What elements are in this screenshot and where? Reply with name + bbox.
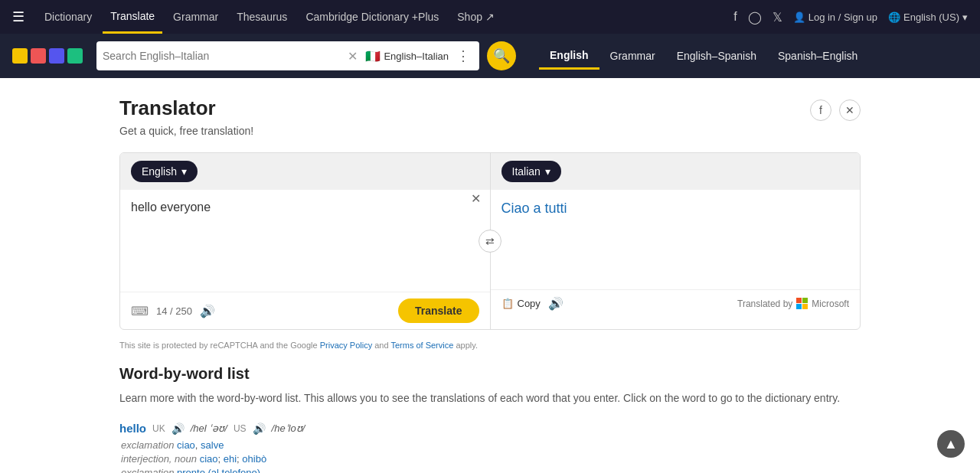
output-lang-header: Italian ▾ xyxy=(491,153,861,190)
def-line: exclamation ciao, salve xyxy=(121,439,861,451)
swap-languages-button[interactable]: ⇄ xyxy=(479,230,501,253)
logo-red xyxy=(31,48,46,64)
search-clear-icon[interactable]: ✕ xyxy=(345,49,361,64)
trans-link-salve[interactable]: salve xyxy=(201,439,224,451)
search-more-options[interactable]: ⋮ xyxy=(453,47,473,64)
menu-icon[interactable]: ☰ xyxy=(12,8,24,25)
share-icons: f ✕ xyxy=(810,99,861,121)
output-panel: Italian ▾ Ciao a tutti 📋 Copy 🔊 Translat… xyxy=(491,153,861,329)
logo-blue xyxy=(49,48,64,64)
char-count: 14 / 250 xyxy=(156,305,192,317)
translate-button[interactable]: Translate xyxy=(398,298,479,323)
logo xyxy=(12,48,83,64)
trans-link-ciao2[interactable]: ciao xyxy=(200,453,218,465)
sub-nav-grammar[interactable]: Grammar xyxy=(599,44,666,68)
scroll-to-top-button[interactable]: ▲ xyxy=(937,430,965,458)
nav-thesaurus[interactable]: Thesaurus xyxy=(229,2,295,32)
output-audio-button[interactable]: 🔊 xyxy=(548,296,564,311)
nav-grammar[interactable]: Grammar xyxy=(165,2,226,32)
user-icon: 👤 xyxy=(793,11,805,23)
output-lang-button[interactable]: Italian ▾ xyxy=(501,161,561,182)
source-audio-button[interactable]: 🔊 xyxy=(200,304,215,318)
language-selector[interactable]: 🌐 English (US) ▾ xyxy=(888,11,968,23)
trans-link-ohibo[interactable]: ohibò xyxy=(242,453,266,465)
top-navigation: ☰ Dictionary Translate Grammar Thesaurus… xyxy=(0,0,980,34)
share-facebook-icon[interactable]: f xyxy=(810,99,831,121)
source-textarea[interactable]: hello everyone xyxy=(120,190,490,289)
sub-nav-english-spanish[interactable]: English–Spanish xyxy=(666,44,767,68)
sub-navigation: English Grammar English–Spanish Spanish–… xyxy=(539,43,868,70)
instagram-icon[interactable]: ◯ xyxy=(748,10,762,24)
recaptcha-notice: This site is protected by reCAPTCHA and … xyxy=(119,341,861,350)
sub-nav-spanish-english[interactable]: Spanish–English xyxy=(767,44,868,68)
source-lang-header: English ▾ xyxy=(120,153,490,190)
search-button[interactable]: 🔍 xyxy=(487,41,516,70)
word-list-description: Learn more with the word-by-word list. T… xyxy=(119,390,861,406)
main-content: f ✕ Translator Get a quick, free transla… xyxy=(107,78,873,473)
page-subtitle: Get a quick, free translation! xyxy=(119,125,861,137)
nav-dictionary[interactable]: Dictionary xyxy=(37,2,100,32)
chevron-down-icon: ▾ xyxy=(545,165,550,178)
translated-output: Ciao a tutti xyxy=(491,190,861,289)
flag-icon: 🇮🇹 xyxy=(365,49,381,64)
nav-plus[interactable]: Cambridge Dictionary +Plus xyxy=(298,2,446,32)
page-title: Translator xyxy=(119,96,861,120)
search-input[interactable] xyxy=(103,50,345,62)
word-link-hello[interactable]: hello xyxy=(119,422,146,435)
translator-area: English ▾ ✕ hello everyone ⌨ 14 / 250 🔊 … xyxy=(119,152,861,330)
word-entry-hello: hello UK 🔊 /hel ˈəʊ/ US 🔊 /heˈloʊ/ excla… xyxy=(119,422,861,473)
chevron-down-icon: ▾ xyxy=(962,11,968,23)
globe-icon: 🌐 xyxy=(888,11,900,23)
search-bar: ✕ 🇮🇹 English–Italian ⋮ 🔍 English Grammar… xyxy=(0,34,980,78)
chevron-down-icon: ▾ xyxy=(181,165,187,178)
trans-link-ehi[interactable]: ehi xyxy=(224,453,237,465)
terms-of-service-link[interactable]: Terms of Service xyxy=(390,341,453,350)
copy-icon: 📋 xyxy=(501,298,514,309)
login-button[interactable]: 👤 Log in / Sign up xyxy=(793,11,877,23)
x-icon[interactable]: 𝕏 xyxy=(773,10,782,24)
search-input-container: ✕ 🇮🇹 English–Italian ⋮ xyxy=(96,41,479,70)
microsoft-logo-icon xyxy=(796,298,808,309)
word-definitions-hello: exclamation ciao, salve interjection, no… xyxy=(121,439,861,473)
microsoft-attribution: Translated by Microsoft xyxy=(737,298,849,309)
nav-shop[interactable]: Shop ↗ xyxy=(449,2,502,32)
copy-button[interactable]: 📋 Copy xyxy=(501,298,541,309)
us-audio-hello[interactable]: 🔊 xyxy=(253,422,266,435)
output-footer: 📋 Copy 🔊 Translated by Microsoft xyxy=(491,289,861,317)
keyboard-icon: ⌨ xyxy=(131,304,149,318)
trans-link-pronto[interactable]: pronto (al telefono) xyxy=(177,467,260,473)
uk-audio-hello[interactable]: 🔊 xyxy=(172,422,185,435)
source-footer: ⌨ 14 / 250 🔊 Translate xyxy=(120,292,490,329)
share-x-icon[interactable]: ✕ xyxy=(839,99,861,121)
logo-yellow xyxy=(12,48,28,64)
source-panel: English ▾ ✕ hello everyone ⌨ 14 / 250 🔊 … xyxy=(120,153,490,329)
source-lang-button[interactable]: English ▾ xyxy=(131,161,198,182)
def-line: interjection, noun ciao; ehi; ohibò xyxy=(121,453,861,465)
logo-green xyxy=(67,48,83,64)
nav-translate[interactable]: Translate xyxy=(103,1,162,34)
word-heading-hello: hello UK 🔊 /hel ˈəʊ/ US 🔊 /heˈloʊ/ xyxy=(119,422,861,435)
clear-source-text-button[interactable]: ✕ xyxy=(471,191,481,206)
def-line: exclamation pronto (al telefono) xyxy=(121,467,861,473)
sub-nav-english[interactable]: English xyxy=(539,43,599,70)
trans-link-ciao[interactable]: ciao xyxy=(177,439,195,451)
word-list-title: Word-by-word list xyxy=(119,365,861,383)
facebook-icon[interactable]: f xyxy=(733,10,737,24)
privacy-policy-link[interactable]: Privacy Policy xyxy=(320,341,372,350)
search-lang-display: 🇮🇹 English–Italian xyxy=(361,49,453,64)
